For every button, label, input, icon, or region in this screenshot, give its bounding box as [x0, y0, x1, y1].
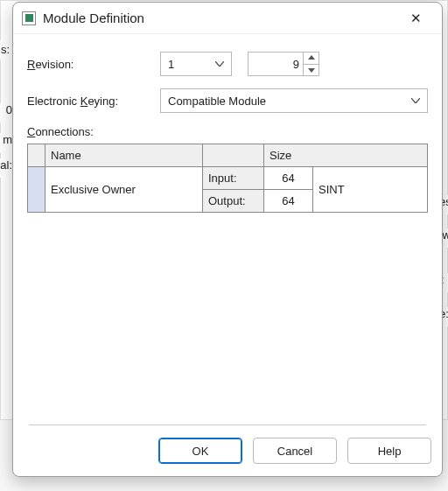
output-size-cell[interactable]: 64	[264, 190, 313, 213]
close-icon: ✕	[410, 11, 422, 26]
table-header-row: Name Size	[28, 144, 428, 167]
table-header-selector	[28, 144, 46, 167]
separator	[29, 424, 426, 425]
connection-name-cell[interactable]: Exclusive Owner	[46, 167, 203, 213]
table-header-size: Size	[264, 144, 428, 167]
table-header-name: Name	[46, 144, 203, 167]
direction-output-label: Output:	[203, 190, 264, 213]
app-icon	[22, 11, 36, 25]
revision-major-value: 1	[168, 58, 214, 71]
keying-select[interactable]: Compatible Module	[160, 88, 428, 113]
keying-label: Electronic Keying:	[27, 95, 160, 108]
bg-text: s:	[0, 40, 12, 60]
connections-label: Connections:	[27, 125, 428, 138]
titlebar: Module Definition ✕	[13, 3, 442, 34]
input-size-cell[interactable]: 64	[264, 167, 313, 190]
spinner-up-button[interactable]	[304, 52, 318, 65]
module-definition-dialog: Module Definition ✕ Revision: 1 9	[12, 2, 443, 477]
direction-input-label: Input:	[203, 167, 264, 190]
revision-minor-value: 9	[248, 58, 303, 71]
keying-value: Compatible Module	[168, 95, 410, 108]
ok-button[interactable]: OK	[158, 438, 242, 464]
revision-row: Revision: 1 9	[27, 52, 428, 76]
table-header-blank	[203, 144, 264, 167]
help-button[interactable]: Help	[347, 438, 431, 464]
chevron-down-icon	[410, 98, 422, 103]
chevron-down-icon	[214, 61, 226, 67]
dialog-buttons: OK Cancel Help	[13, 429, 442, 476]
bg-text: al:	[0, 158, 12, 178]
bg-text: 0	[0, 103, 12, 123]
spinner-down-button[interactable]	[304, 65, 318, 77]
keying-row: Electronic Keying: Compatible Module	[27, 88, 428, 113]
row-selector[interactable]	[28, 167, 46, 213]
revision-label: Revision:	[27, 58, 160, 71]
revision-major-select[interactable]: 1	[160, 52, 232, 76]
cancel-button[interactable]: Cancel	[253, 438, 337, 464]
close-button[interactable]: ✕	[400, 6, 431, 31]
dialog-title: Module Definition	[43, 11, 400, 25]
connections-table[interactable]: Name Size Exclusive Owner Input: 64 SINT…	[27, 144, 428, 213]
spinner-buttons	[303, 52, 318, 76]
revision-minor-spinner[interactable]: 9	[248, 52, 319, 76]
datatype-cell[interactable]: SINT	[313, 167, 428, 213]
table-row[interactable]: Exclusive Owner Input: 64 SINT	[28, 167, 428, 190]
bg-text: m	[0, 133, 12, 152]
